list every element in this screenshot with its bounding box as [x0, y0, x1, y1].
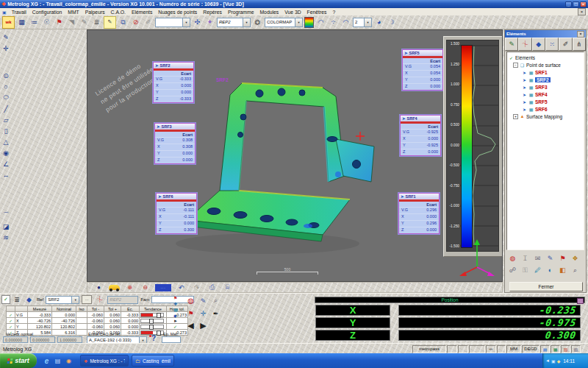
- magnifier-icon[interactable]: ⌕: [569, 264, 581, 276]
- element-combo[interactable]: ▼: [155, 18, 190, 27]
- flag-icon[interactable]: ⚑: [54, 17, 65, 28]
- prev-arrow-icon[interactable]: ◀: [185, 320, 196, 331]
- tray-shield-icon[interactable]: ◆: [557, 358, 561, 364]
- points-cloud-icon[interactable]: ⁘: [328, 17, 339, 28]
- help-question-icon[interactable]: ?: [151, 334, 156, 342]
- redo-icon[interactable]: ↷: [191, 282, 202, 293]
- pen-gray-icon[interactable]: ✐: [143, 17, 154, 28]
- undo-icon[interactable]: ↶: [176, 282, 187, 293]
- magnifier-icon[interactable]: ⌕: [210, 295, 221, 306]
- minimize-button[interactable]: _: [565, 1, 572, 7]
- fermer-button[interactable]: Fermer: [509, 282, 583, 291]
- lasso-icon[interactable]: ☍: [506, 264, 519, 276]
- tree-mapping-label[interactable]: Surface Mapping: [526, 114, 562, 119]
- expand-icon[interactable]: +: [513, 114, 518, 119]
- chevron-down-icon[interactable]: ▼: [364, 18, 371, 26]
- list-icon[interactable]: ≣: [91, 17, 102, 28]
- mini-flag-icon[interactable]: ⚑: [173, 295, 178, 300]
- red-flag-icon[interactable]: ⚑: [556, 252, 569, 264]
- mini-surface-icon[interactable]: ◆: [173, 313, 178, 318]
- axis-add-icon[interactable]: ✛: [198, 308, 209, 319]
- elements-tree[interactable]: ✓Eléments −❏Point de surface ➤▦SRF1 ➤▦SR…: [506, 52, 584, 250]
- row-checkbox[interactable]: ✓: [7, 312, 15, 318]
- mdi-close-icon[interactable]: ×: [578, 8, 586, 15]
- distance-tool-icon[interactable]: ↔: [1, 169, 12, 180]
- quicklaunch-ie-icon[interactable]: e: [41, 355, 52, 367]
- plane-tool-icon[interactable]: ▱: [1, 114, 12, 125]
- status-screen-icon[interactable]: ▧: [571, 345, 581, 353]
- colormap-combo[interactable]: COLORMAP▼: [265, 18, 303, 27]
- info-globe-icon[interactable]: ☽: [386, 17, 397, 28]
- ellipse-tool-icon[interactable]: ⬭: [1, 92, 12, 103]
- copy-page-icon[interactable]: ⧉: [118, 17, 129, 28]
- ep-mat-field[interactable]: [162, 336, 181, 343]
- keypad-icon[interactable]: ∙∙∙: [155, 284, 171, 291]
- dome3-icon[interactable]: ◕: [373, 17, 384, 28]
- surface-tool-icon[interactable]: ◪: [1, 221, 12, 232]
- menu-item-elements[interactable]: Eléments: [129, 10, 155, 15]
- globe2-icon[interactable]: ◐: [544, 264, 556, 276]
- panel-close-icon[interactable]: ×: [577, 31, 584, 38]
- tree-item-srf2-selected[interactable]: SRF2: [535, 77, 551, 82]
- status-table-icon[interactable]: ▦: [551, 345, 560, 353]
- surface-icon[interactable]: ◆: [532, 38, 545, 51]
- zoom-in-icon[interactable]: ⊕: [124, 282, 135, 293]
- tree-item-srf5[interactable]: SRF5: [535, 99, 548, 105]
- cone-tool-icon[interactable]: △: [1, 136, 12, 147]
- chevron-down-icon[interactable]: ▼: [295, 18, 302, 26]
- tree-group-label[interactable]: Point de surface: [526, 63, 561, 68]
- palette-icon[interactable]: ❖: [569, 252, 581, 264]
- globe-icon[interactable]: ●: [93, 282, 104, 293]
- menu-item-help[interactable]: ?: [329, 10, 338, 15]
- position-panel-icon[interactable]: [577, 298, 584, 304]
- bil-list-icon[interactable]: ≣: [12, 294, 21, 305]
- mini-check-icon[interactable]: ✓: [173, 324, 178, 329]
- chevron-down-icon[interactable]: ▼: [182, 18, 190, 26]
- chevron-down-icon[interactable]: ▼: [71, 297, 79, 303]
- tree-item-srf3[interactable]: SRF3: [535, 85, 548, 90]
- annotation-box-srf2[interactable]: ➤SRF2 Ecart V.G-0.333 X0.000 Y0.000 Z-0.…: [153, 62, 194, 103]
- tray-clock[interactable]: 14:11: [563, 358, 575, 364]
- key-icon[interactable]: ⚿: [519, 264, 531, 276]
- status-report-icon[interactable]: ▥: [561, 345, 570, 353]
- pen-tool-icon[interactable]: ✎: [1, 32, 12, 43]
- forbid-icon[interactable]: ⊘: [130, 17, 141, 28]
- checkbox-icon[interactable]: ✓: [1, 295, 10, 304]
- menu-item-programme[interactable]: Programme: [225, 10, 257, 15]
- printer-icon[interactable]: ⎙: [207, 282, 218, 293]
- circle-tool-icon[interactable]: ○: [1, 81, 12, 92]
- menu-item-fenetres[interactable]: Fenêtres: [304, 10, 330, 15]
- menu-item-mmt[interactable]: MMT: [65, 10, 82, 15]
- repere-combo[interactable]: REP2▼: [217, 18, 251, 27]
- annotation-box-srf4[interactable]: ➤SRF4 Ecart V.G-0.925 X0.000 Y-0.925 Z0.…: [400, 115, 441, 156]
- screen-icon[interactable]: ⌸: [222, 282, 233, 293]
- dome-icon[interactable]: ◠: [315, 17, 326, 28]
- density-combo[interactable]: 2▼: [353, 18, 372, 27]
- menu-item-travail[interactable]: Travail: [9, 10, 29, 15]
- angle-units-cell[interactable]: DEGD: [522, 345, 539, 353]
- tree-root-label[interactable]: Eléments: [515, 55, 535, 60]
- compare-tool-icon[interactable]: ≋: [1, 232, 12, 243]
- bucket-icon[interactable]: ◍: [506, 252, 519, 264]
- eraser-icon[interactable]: ◧: [556, 264, 569, 276]
- zoom-out-icon[interactable]: ⊖: [140, 282, 151, 293]
- tray-network-icon[interactable]: ▣: [551, 358, 556, 364]
- chevron-down-icon[interactable]: ▼: [243, 18, 250, 26]
- surface-ref-icon[interactable]: ◆: [24, 294, 35, 305]
- text-icon[interactable]: ⌶: [519, 252, 531, 264]
- menu-item-configuration[interactable]: Configuration: [29, 10, 65, 15]
- probe-icon[interactable]: ☉: [41, 17, 52, 28]
- cylinder-tool-icon[interactable]: ▯: [1, 125, 12, 136]
- pen-blue-icon[interactable]: ✎: [198, 295, 209, 306]
- edit-list-icon[interactable]: ≔: [29, 17, 40, 28]
- point-cloud-icon[interactable]: ⁙: [545, 38, 559, 51]
- annotation-box-srf3[interactable]: ➤SRF3 Ecart V.G0.308 X0.308 Y0.000 Z0.00…: [154, 123, 196, 164]
- units-cell[interactable]: MM: [506, 345, 521, 353]
- bucket-icon[interactable]: ◍: [185, 295, 196, 306]
- annotation-box-srf1[interactable]: ➤SRF1 Ecart V.G0.296 X0.000 Y0.296 Z0.00…: [398, 193, 440, 234]
- table-row-vg[interactable]: ✓ V.G -0.333 0.000 -0.060 0.060 -0.333 -…: [7, 312, 188, 318]
- camera-icon[interactable]: ⏣: [252, 17, 263, 28]
- car-view-icon[interactable]: [109, 285, 120, 290]
- title-bar[interactable]: ❖ Metrolog XG : - Travail_colormap_émili…: [0, 0, 588, 8]
- pen2-icon[interactable]: ✐: [559, 38, 572, 51]
